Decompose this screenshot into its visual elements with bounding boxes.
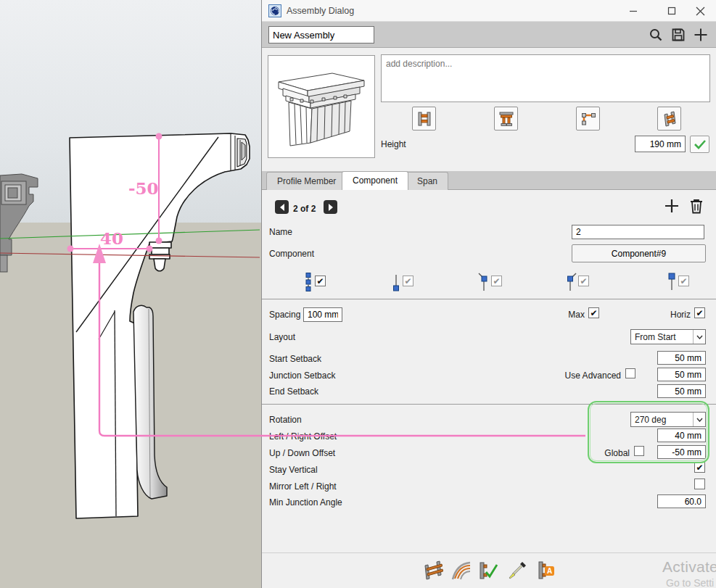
plus-icon [664, 198, 680, 214]
svg-text:A: A [547, 567, 552, 575]
minimize-button[interactable] [619, 0, 648, 22]
lr-offset-input[interactable] [657, 428, 706, 442]
lr-offset-label: Left / Right Offset [269, 431, 337, 442]
add-component-button[interactable] [664, 198, 680, 214]
section-divider [262, 299, 716, 299]
chevron-right-icon [328, 204, 334, 211]
rotation-select-value: 270 deg [631, 415, 693, 425]
stay-vertical-label: Stay Vertical [269, 465, 318, 475]
layout-select-value: From Start [631, 332, 693, 342]
start-setback-label: Start Setback [269, 354, 321, 364]
stay-vertical-checkbox[interactable]: ✔ [694, 462, 705, 473]
ud-offset-input[interactable] [657, 445, 706, 459]
add-assembly-icon[interactable] [693, 27, 709, 43]
name-input[interactable] [572, 225, 704, 239]
rotation-select[interactable]: 270 deg [630, 412, 706, 427]
section-divider [262, 404, 716, 405]
description-textarea[interactable] [381, 54, 710, 102]
pin-spread-icon [303, 273, 313, 291]
pin-top-right-checkbox[interactable]: ✔ [578, 276, 589, 286]
model-viewport[interactable] [0, 0, 261, 588]
horiz-label: Horiz [657, 310, 691, 320]
screen: Assembly Dialog [0, 0, 716, 588]
component-label: Component [269, 249, 314, 259]
min-junction-angle-label: Min Junction Angle [269, 497, 342, 508]
pin-bottom-icon [391, 273, 401, 291]
delete-component-button[interactable] [689, 198, 704, 214]
pin-top-checkbox[interactable]: ✔ [678, 276, 689, 286]
end-setback-label: End Setback [269, 386, 318, 397]
draw-fence-tool-button[interactable] [422, 560, 444, 581]
search-icon[interactable] [648, 27, 664, 43]
post-check-icon [477, 560, 499, 581]
close-button[interactable] [686, 0, 715, 22]
trash-icon [689, 198, 704, 214]
component-picker-button[interactable]: Component#9 [572, 244, 706, 262]
assembly-dialog-window: Assembly Dialog [261, 0, 716, 588]
max-checkbox[interactable]: ✔ [588, 307, 599, 318]
chevron-down-icon [693, 413, 705, 426]
junction-setback-input[interactable] [657, 368, 706, 381]
maximize-button[interactable] [657, 0, 686, 22]
raked-section-icon [662, 111, 678, 127]
post-rail-icon [498, 111, 514, 127]
fence-section-icon [416, 111, 432, 127]
height-input[interactable] [635, 136, 686, 152]
titlebar[interactable]: Assembly Dialog [262, 0, 716, 22]
save-icon[interactable] [670, 27, 686, 43]
prev-component-button[interactable] [275, 200, 289, 214]
pin-bottom-checkbox[interactable]: ✔ [403, 276, 413, 286]
next-component-button[interactable] [324, 200, 337, 214]
window-title: Assembly Dialog [287, 0, 354, 22]
tab-bar: Profile Member Component Span [262, 171, 716, 190]
max-label: Max [548, 310, 585, 320]
pin-top-right-icon [565, 273, 577, 291]
rotation-label: Rotation [269, 415, 302, 425]
apply-height-button[interactable] [690, 136, 709, 153]
height-label: Height [381, 139, 406, 149]
validate-tool-button[interactable] [477, 560, 499, 581]
chevron-down-icon [693, 330, 705, 344]
layout-select[interactable]: From Start [630, 329, 706, 344]
assembly-preview-thumbnail[interactable] [268, 55, 375, 158]
assembly-name-input[interactable] [268, 26, 374, 44]
start-setback-input[interactable] [657, 351, 706, 365]
fence-section-button[interactable] [412, 107, 436, 131]
use-advanced-checkbox[interactable] [625, 368, 635, 378]
ud-offset-label: Up / Down Offset [269, 448, 335, 458]
chevron-left-icon [279, 204, 285, 211]
pin-top-icon [667, 273, 677, 291]
mirror-checkbox[interactable] [694, 479, 705, 489]
spacing-input[interactable] [303, 307, 342, 322]
tab-span[interactable]: Span [406, 172, 448, 190]
min-junction-angle-input[interactable] [657, 494, 706, 508]
pin-top-left-checkbox[interactable]: ✔ [491, 276, 502, 286]
use-advanced-label: Use Advanced [552, 370, 621, 381]
activate-watermark-line2: Go to Setti [666, 577, 714, 588]
horiz-checkbox[interactable]: ✔ [694, 307, 705, 318]
footer-divider [262, 552, 716, 553]
eyedropper-icon [506, 560, 528, 581]
corner-return-button[interactable] [576, 107, 600, 131]
pin-spread-checkbox[interactable]: ✔ [315, 276, 326, 286]
post-annotation-icon: A [535, 560, 557, 581]
pin-top-left-icon [478, 273, 490, 291]
end-setback-input[interactable] [657, 384, 706, 398]
draw-curved-fence-tool-button[interactable] [450, 560, 472, 581]
junction-setback-label: Junction Setback [269, 370, 335, 381]
raked-fence-icon [422, 560, 444, 581]
eyedropper-tool-button[interactable] [506, 560, 528, 581]
raked-section-button[interactable] [657, 107, 681, 131]
app-logo-icon [268, 4, 281, 17]
green-check-icon [694, 139, 707, 149]
tab-profile-member[interactable]: Profile Member [266, 172, 347, 190]
tab-component[interactable]: Component [342, 171, 408, 190]
model-drawing [0, 0, 261, 588]
name-label: Name [269, 227, 292, 237]
corner-return-icon [580, 111, 596, 127]
activate-watermark-line1: Activate [662, 558, 716, 576]
auto-annotate-tool-button[interactable]: A [535, 560, 557, 581]
mirror-label: Mirror Left / Right [269, 481, 337, 492]
global-checkbox[interactable] [634, 446, 644, 456]
post-rail-button[interactable] [494, 107, 518, 131]
